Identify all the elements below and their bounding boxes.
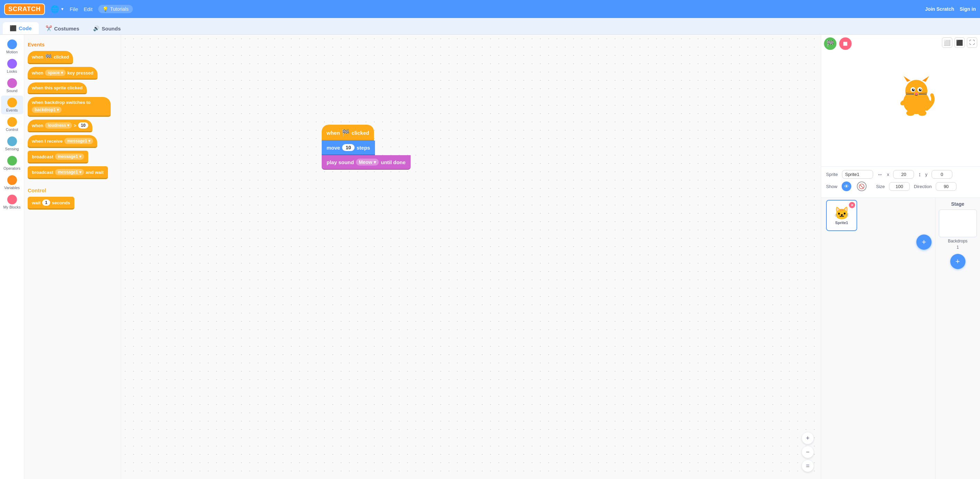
clicked-text: clicked — [54, 54, 69, 59]
zoom-in-button[interactable]: + — [802, 432, 814, 444]
zoom-reset-button[interactable]: = — [802, 460, 814, 472]
block-when-receive[interactable]: when I receive message1 ▾ — [28, 135, 97, 148]
add-backdrop-icon: + — [955, 257, 960, 266]
costumes-tab-label: Costumes — [54, 26, 80, 32]
block-when-flag-clicked[interactable]: when 🏁 clicked — [28, 51, 73, 64]
category-sound[interactable]: Sound — [1, 76, 23, 95]
looks-dot — [7, 59, 17, 69]
green-flag-button[interactable]: 🏁 — [824, 37, 837, 50]
script-stack: when 🏁 clicked move 10 steps play sound … — [322, 125, 410, 170]
stage-backdrop-thumb[interactable] — [939, 209, 977, 237]
key-dropdown[interactable]: space ▾ — [45, 70, 65, 76]
wait-text: wait — [32, 200, 40, 205]
looks-label: Looks — [7, 69, 17, 73]
playback-controls: 🏁 ⏹ — [824, 37, 852, 50]
control-section-title: Control — [28, 187, 117, 193]
loudness-dropdown[interactable]: loudness ▾ — [45, 122, 72, 128]
zoom-out-button[interactable]: − — [802, 446, 814, 458]
join-scratch-link[interactable]: Join Scratch — [925, 6, 954, 12]
sprite-cat-icon: 🐱 — [834, 206, 850, 220]
category-events[interactable]: Events — [1, 96, 23, 114]
category-myblocks[interactable]: My Blocks — [1, 193, 23, 211]
loudness-value[interactable]: 10 — [78, 122, 88, 128]
when-text: when — [32, 70, 43, 75]
sprite-thumb-sprite1[interactable]: ✕ 🐱 Sprite1 — [826, 200, 857, 231]
when-flag-text: when — [32, 54, 43, 59]
stage-preview: 🏁 ⏹ ⬜ ⬛ ⛶ — [821, 35, 980, 166]
stage-large-view-button[interactable]: ⬛ — [955, 37, 965, 48]
add-backdrop-button[interactable]: + — [950, 254, 966, 269]
myblocks-label: My Blocks — [3, 205, 21, 209]
sound-label: Sound — [6, 89, 18, 93]
broadcast-wait-dropdown[interactable]: message1 ▾ — [55, 169, 84, 175]
edit-menu[interactable]: Edit — [84, 6, 93, 12]
category-sensing[interactable]: Sensing — [1, 134, 23, 153]
script-move-steps[interactable]: 10 — [342, 144, 355, 151]
script-clicked-text: clicked — [352, 130, 369, 136]
script-block-when-flag[interactable]: when 🏁 clicked — [322, 125, 374, 141]
sensing-label: Sensing — [5, 147, 19, 151]
stop-button[interactable]: ⏹ — [839, 37, 852, 50]
globe-icon: 🌐 — [51, 5, 59, 13]
loudness-operator: > — [74, 123, 76, 128]
receive-dropdown[interactable]: message1 ▾ — [64, 138, 93, 144]
wait-value[interactable]: 1 — [42, 200, 50, 206]
x-value-input[interactable] — [893, 170, 914, 179]
show-hidden-button[interactable]: 🚫 — [857, 182, 867, 191]
block-when-backdrop[interactable]: when backdrop switches to backdrop1 ▾ — [28, 97, 111, 117]
tutorials-button[interactable]: 💡 Tutorials — [98, 5, 133, 13]
backdrop-dropdown[interactable]: backdrop1 ▾ — [32, 107, 62, 113]
sign-in-link[interactable]: Sign in — [959, 6, 976, 12]
script-steps-text: steps — [356, 145, 370, 151]
script-block-play-sound[interactable]: play sound Meow ▾ until done — [322, 155, 410, 170]
stage-fullscreen-button[interactable]: ⛶ — [967, 37, 977, 48]
sprite-section: ✕ 🐱 Sprite1 + — [821, 198, 935, 479]
x-label: x — [887, 172, 889, 177]
y-value-input[interactable] — [932, 170, 952, 179]
category-operators[interactable]: Operators — [1, 154, 23, 172]
sprite-label: Sprite — [826, 172, 838, 177]
block-when-key-pressed[interactable]: when space ▾ key pressed — [28, 67, 97, 80]
script-block-move[interactable]: move 10 steps — [322, 141, 375, 155]
svg-point-18 — [918, 110, 926, 116]
stage-section: Stage Backdrops 1 + — [935, 198, 980, 479]
show-visible-button[interactable]: 👁 — [842, 182, 851, 191]
direction-value-input[interactable] — [936, 182, 956, 191]
sprite-name-input[interactable] — [842, 170, 873, 179]
category-motion[interactable]: Motion — [1, 37, 23, 56]
globe-button[interactable]: 🌐 ▼ — [51, 5, 64, 13]
block-broadcast-wait[interactable]: broadcast message1 ▾ and wait — [28, 166, 108, 179]
tab-code[interactable]: ⬛ Code — [3, 22, 39, 34]
myblocks-dot — [7, 195, 17, 204]
size-value-input[interactable] — [889, 182, 910, 191]
tab-costumes[interactable]: ✂️ Costumes — [39, 22, 86, 34]
size-label: Size — [876, 184, 885, 189]
tab-sounds[interactable]: 🔊 Sounds — [86, 22, 128, 34]
right-panel-inner: ✕ 🐱 Sprite1 + Stage Backdrops 1 + — [821, 198, 980, 479]
category-control[interactable]: Control — [1, 115, 23, 134]
flag-icon: 🏁 — [45, 54, 52, 60]
code-area[interactable]: when 🏁 clicked move 10 steps play sound … — [121, 35, 821, 479]
control-dot — [7, 117, 17, 127]
block-broadcast[interactable]: broadcast message1 ▾ — [28, 151, 88, 163]
block-wait-seconds[interactable]: wait 1 seconds — [28, 197, 74, 209]
globe-chevron: ▼ — [60, 7, 64, 11]
operators-dot — [7, 156, 17, 166]
add-sprite-area: + — [821, 233, 935, 251]
add-sprite-button[interactable]: + — [916, 235, 932, 250]
category-variables[interactable]: Variables — [1, 173, 23, 192]
script-sound-name[interactable]: Meow ▾ — [356, 159, 379, 166]
and-wait-text: and wait — [86, 170, 104, 175]
stage-small-view-button[interactable]: ⬜ — [942, 37, 952, 48]
svg-point-1 — [905, 80, 928, 102]
sprite-thumb-label: Sprite1 — [835, 220, 848, 225]
scratch-logo[interactable]: SCRATCH — [4, 3, 45, 15]
broadcast-dropdown[interactable]: message1 ▾ — [55, 153, 84, 160]
block-when-sprite-clicked[interactable]: when this sprite clicked — [28, 82, 87, 94]
sprite-delete-button[interactable]: ✕ — [849, 202, 855, 208]
block-when-loudness[interactable]: when loudness ▾ > 10 — [28, 120, 92, 132]
file-menu[interactable]: File — [70, 6, 78, 12]
script-flag-icon: 🏁 — [342, 129, 349, 136]
stage-view-controls: ⬜ ⬛ ⛶ — [942, 37, 977, 48]
category-looks[interactable]: Looks — [1, 57, 23, 75]
